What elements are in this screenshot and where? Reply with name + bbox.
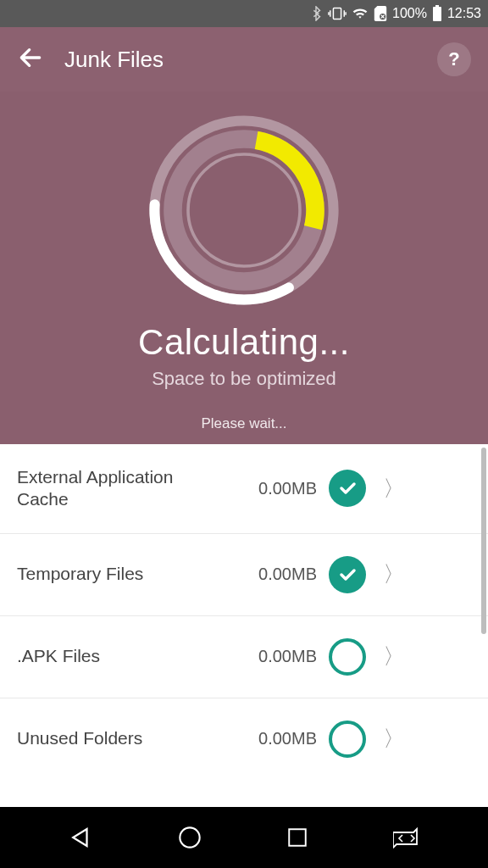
item-size: 0.00MB xyxy=(241,647,317,666)
nav-back-icon[interactable] xyxy=(68,825,93,850)
item-label: Unused Folders xyxy=(17,727,229,749)
back-button[interactable] xyxy=(17,44,44,75)
page-title: Junk Files xyxy=(64,47,164,73)
system-navbar xyxy=(0,807,488,868)
wifi-icon xyxy=(352,7,369,20)
help-button[interactable]: ? xyxy=(437,42,471,76)
junk-list: External Application Cache 0.00MB 〉 Temp… xyxy=(0,444,488,780)
item-size: 0.00MB xyxy=(241,565,317,584)
scrollbar[interactable] xyxy=(481,448,486,634)
progress-section: Calculating... Space to be optimized Ple… xyxy=(0,92,488,444)
nav-recent-icon[interactable] xyxy=(286,826,308,849)
chevron-right-icon[interactable]: 〉 xyxy=(378,642,405,671)
item-size: 0.00MB xyxy=(241,729,317,748)
item-label: Temporary Files xyxy=(17,563,229,585)
progress-subtitle: Space to be optimized xyxy=(0,368,488,390)
svg-point-9 xyxy=(180,827,199,847)
nav-switch-icon[interactable] xyxy=(393,826,420,849)
svg-rect-2 xyxy=(433,7,441,21)
chevron-right-icon[interactable]: 〉 xyxy=(378,724,405,754)
chevron-right-icon[interactable]: 〉 xyxy=(378,559,405,589)
checkbox-checked[interactable] xyxy=(329,556,366,593)
chevron-right-icon[interactable]: 〉 xyxy=(378,474,405,504)
item-size: 0.00MB xyxy=(241,479,317,498)
progress-spinner xyxy=(142,108,346,312)
list-item[interactable]: Unused Folders 0.00MB 〉 xyxy=(0,698,488,780)
progress-title: Calculating... xyxy=(0,322,488,363)
list-item[interactable]: External Application Cache 0.00MB 〉 xyxy=(0,444,488,534)
status-bar: 100% 12:53 xyxy=(0,0,488,27)
sd-card-icon xyxy=(374,6,387,21)
battery-icon xyxy=(432,5,442,22)
checkbox-checked[interactable] xyxy=(329,470,366,507)
vibrate-icon xyxy=(328,6,347,21)
battery-percent: 100% xyxy=(392,6,427,21)
svg-rect-10 xyxy=(289,829,306,846)
checkbox-unchecked[interactable] xyxy=(329,638,366,676)
item-label: External Application Cache xyxy=(17,466,229,511)
list-item[interactable]: Temporary Files 0.00MB 〉 xyxy=(0,534,488,616)
clock: 12:53 xyxy=(447,6,481,21)
svg-point-8 xyxy=(188,154,300,266)
app-header: Junk Files ? xyxy=(0,27,488,92)
svg-point-7 xyxy=(162,128,327,293)
list-item[interactable]: .APK Files 0.00MB 〉 xyxy=(0,616,488,698)
bluetooth-icon xyxy=(309,6,323,21)
item-label: .APK Files xyxy=(17,645,229,667)
checkbox-unchecked[interactable] xyxy=(329,721,366,758)
progress-wait: Please wait... xyxy=(0,415,488,432)
svg-rect-0 xyxy=(333,8,341,19)
nav-home-icon[interactable] xyxy=(178,826,202,849)
svg-rect-3 xyxy=(435,5,439,7)
